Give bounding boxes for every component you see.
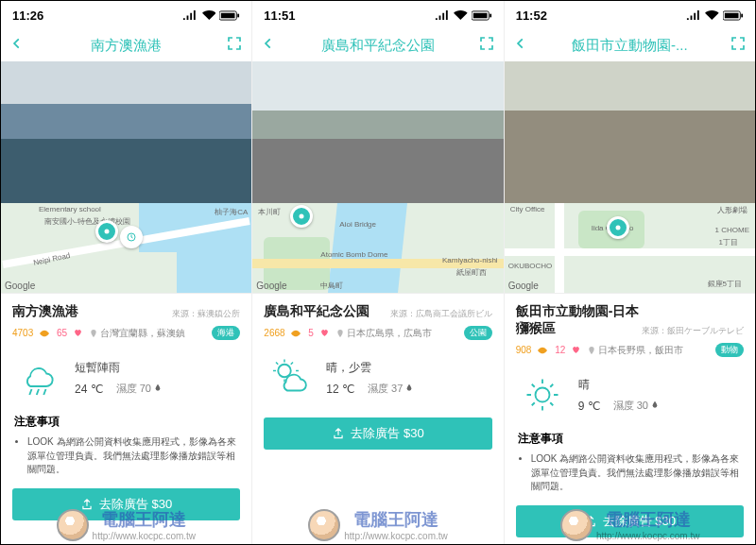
battery-icon: [723, 10, 744, 21]
fullscreen-button[interactable]: [219, 36, 242, 55]
svg-rect-12: [741, 13, 743, 17]
humidity: 濕度 30: [613, 399, 659, 413]
source-label: 來源：広島商工会議所ビル: [390, 308, 492, 320]
chevron-left-icon: [514, 37, 527, 50]
category-badge: 動物: [715, 343, 744, 357]
nav-bar: 廣島和平紀念公園: [252, 29, 503, 61]
map-label: 1丁目: [719, 237, 738, 247]
wifi-icon: [454, 10, 468, 21]
cellular-icon: [686, 10, 702, 21]
map-label: 中島町: [320, 281, 343, 291]
humidity: 濕度 37: [368, 382, 413, 396]
svg-rect-11: [725, 12, 739, 18]
map-label: 人形劇場: [717, 205, 747, 215]
map-pin[interactable]: [95, 220, 118, 243]
source-label: 來源：蘇澳鎮公所: [172, 308, 240, 320]
svg-point-8: [300, 214, 304, 219]
remove-ads-button[interactable]: 去除廣告 $30: [12, 488, 240, 520]
system-icons: [686, 10, 744, 21]
map-credit: Google: [5, 281, 35, 291]
weather-desc: 晴: [578, 377, 740, 393]
map-label: Kamiyacho-nishi: [442, 256, 498, 264]
notes-block: 注意事項 LOOK 為網路公開資料收集應用程式，影像為各來源單位管理負責。我們無…: [505, 427, 755, 498]
heart-icon: [320, 329, 329, 337]
droplet-icon: [154, 383, 162, 392]
cellular-icon: [182, 10, 198, 21]
location-name: 飯田市立動物園-日本獼猴區: [516, 303, 642, 337]
location-name: 廣島和平紀念公園: [264, 303, 389, 320]
camera-pin-icon: [612, 222, 624, 233]
camera-image[interactable]: [505, 61, 755, 203]
nav-bar: 飯田市立動物園-...: [505, 29, 755, 61]
weather-rain-icon: [16, 355, 61, 400]
svg-rect-1: [221, 12, 235, 18]
back-button[interactable]: [10, 37, 33, 54]
screen-1: 11:26 南方澳漁港 Elementary school 南安國小-特色及永續…: [1, 1, 252, 544]
battery-icon: [219, 10, 240, 21]
humidity: 濕度 70: [116, 382, 162, 396]
weather-desc: 短暫陣雨: [75, 360, 236, 376]
expand-icon: [730, 36, 746, 51]
back-button[interactable]: [262, 37, 284, 54]
view-count: 908: [516, 345, 547, 355]
map-label: 柚子海CA: [215, 207, 248, 217]
svg-point-13: [615, 226, 620, 230]
map-label: Elementary school: [39, 205, 101, 213]
svg-rect-2: [238, 13, 240, 17]
clock: 11:51: [264, 9, 295, 23]
location-text: 日本長野県，飯田市: [588, 344, 708, 357]
fullscreen-button[interactable]: [723, 36, 746, 55]
camera-image[interactable]: [1, 61, 251, 203]
heart-icon: [572, 346, 580, 354]
expand-icon: [227, 36, 242, 51]
location-text: 台灣宜蘭縣，蘇澳鎮: [90, 327, 204, 340]
nav-bar: 南方澳漁港: [1, 29, 251, 61]
map-label: Aioi Bridge: [339, 220, 376, 229]
status-bar: 11:26: [1, 1, 251, 29]
map-view[interactable]: Elementary school 南安國小-特色及永續校園 Neipi Roa…: [1, 203, 251, 294]
info-block: 南方澳漁港 來源：蘇澳鎮公所 4703 65 台灣宜蘭縣，蘇澳鎮 海港: [1, 294, 251, 346]
notes-heading: 注意事項: [518, 431, 742, 447]
screen-3: 11:52 飯田市立動物園-... City Office 人形劇場 I: [505, 1, 755, 544]
page-title: 廣島和平紀念公園: [284, 37, 471, 55]
clock: 11:26: [12, 9, 43, 23]
map-label: 1 CHOME: [715, 226, 749, 234]
weather-block: 短暫陣雨 24 ℃ 濕度 70: [1, 346, 251, 410]
map-view[interactable]: 本川町 Aioi Bridge Atomic Bomb Dome Kamiyac…: [252, 203, 503, 294]
camera-pin-icon: [296, 211, 307, 222]
eye-icon: [538, 347, 547, 354]
notes-block: 注意事項 LOOK 為網路公開資料收集應用程式，影像為各來源單位管理負責。我們無…: [1, 410, 251, 481]
back-button[interactable]: [514, 37, 537, 54]
like-count: 5: [308, 328, 328, 338]
wifi-icon: [202, 10, 216, 21]
status-bar: 11:51: [252, 1, 503, 29]
map-label: 銀座5丁目: [708, 279, 742, 289]
weather-sunny-icon: [520, 372, 565, 417]
map-pin-secondary[interactable]: [120, 226, 143, 248]
fullscreen-button[interactable]: [472, 36, 494, 55]
battery-icon: [472, 10, 492, 21]
chevron-left-icon: [10, 37, 24, 50]
map-pin[interactable]: [607, 216, 629, 239]
camera-pin-icon: [101, 226, 112, 237]
map-label: 本川町: [258, 207, 281, 217]
note-item: LOOK 為網路公開資料收集應用程式，影像為各來源單位管理負責。我們無法處理影像…: [531, 452, 742, 494]
page-title: 南方澳漁港: [33, 37, 219, 55]
droplet-icon: [405, 383, 413, 392]
remove-ads-button[interactable]: 去除廣告 $30: [264, 417, 491, 450]
map-label: 紙屋町西: [456, 267, 487, 278]
remove-ads-button[interactable]: 去除廣告 $30: [516, 505, 744, 537]
weather-block: 晴，少雲 12 ℃ 濕度 37: [252, 346, 503, 410]
like-count: 12: [555, 345, 580, 355]
view-count: 4703: [12, 328, 49, 338]
eye-icon: [40, 330, 49, 337]
map-view[interactable]: City Office 人形劇場 Iida City Zoo 1 CHOME 1…: [505, 203, 755, 294]
pin-icon: [90, 329, 97, 338]
map-label: Atomic Bomb Dome: [320, 250, 387, 259]
camera-image[interactable]: [252, 61, 503, 203]
temperature: 24 ℃: [75, 383, 103, 396]
map-pin[interactable]: [290, 205, 313, 228]
svg-rect-6: [472, 12, 487, 18]
weather-block: 晴 9 ℃ 濕度 30: [505, 363, 755, 427]
category-badge: 海港: [212, 326, 240, 340]
